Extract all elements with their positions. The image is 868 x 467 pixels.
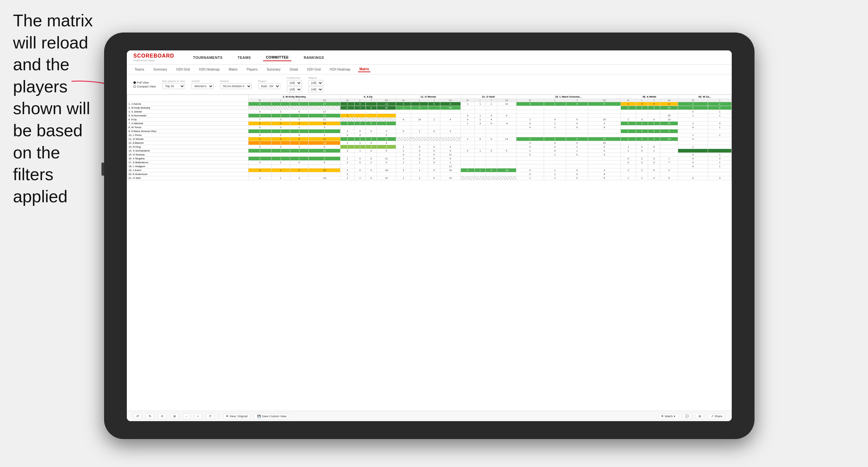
watch-label: Watch xyxy=(665,415,673,418)
col-header-stoll: 21. O Stoll xyxy=(461,95,516,99)
zoom-fit-icon: ⊞ xyxy=(173,415,176,418)
nav-rankings[interactable]: RANKINGS xyxy=(301,54,327,61)
subnav-matrix2[interactable]: Matrix xyxy=(358,67,370,72)
full-view-radio[interactable]: Full View xyxy=(133,81,149,84)
filter-bar: Full View Compact View Max players in vi… xyxy=(127,74,732,95)
comment-button[interactable]: 💬 xyxy=(682,413,692,419)
wlt-t6: T xyxy=(648,99,660,102)
zoom-out-icon: − xyxy=(186,415,187,418)
conference-group: Conference (All) (All) xyxy=(287,76,302,92)
region-group: Region East - DII (All) xyxy=(258,80,280,89)
wlt-d2: Dif xyxy=(377,99,396,102)
player-name: 19. J Karrh xyxy=(127,168,248,173)
wlt-d3: Dif xyxy=(440,99,461,102)
redo-icon: ↻ xyxy=(149,414,151,418)
grid-button[interactable]: ⊞ xyxy=(695,413,704,419)
redo-button[interactable]: ↻ xyxy=(146,413,154,419)
player-name: 18. L Hodgson xyxy=(127,164,248,168)
table-row: 5. A Nomrowski 310-11 1 0100 25 11 xyxy=(127,114,732,118)
table-row: 2. M Kelly Mulcahy 07040 1050 04045 06 xyxy=(127,106,732,110)
matrix-table: 2. M Kelly Mulcahy 6. A Dy 11. G Woods 2… xyxy=(127,95,732,180)
wlt-l2: L xyxy=(354,99,366,102)
logo-area: SCOREBOARD Powered by clippd xyxy=(133,53,174,62)
max-players-select[interactable]: Top 25 xyxy=(162,83,185,89)
nav-committee[interactable]: COMMITTEE xyxy=(263,54,291,61)
max-players-group: Max players in view Top 25 xyxy=(162,80,185,89)
logo-sub: Powered by clippd xyxy=(133,59,174,62)
grid-icon: ⊞ xyxy=(699,415,701,418)
conference-select2[interactable]: (All) xyxy=(287,87,302,92)
save-custom-button[interactable]: 💾 Save Custom View xyxy=(254,413,289,419)
nav-teams[interactable]: TEAMS xyxy=(235,54,253,61)
table-row: 20. E Andersson 2 0108 xyxy=(127,173,732,176)
compact-view-radio[interactable]: Compact View xyxy=(133,85,156,88)
player-name: 16. X Mcgaha xyxy=(127,157,248,161)
undo-button[interactable]: ↺ xyxy=(133,413,142,419)
player-name: 17. D Ballesteros xyxy=(127,161,248,164)
subnav-players[interactable]: Players xyxy=(246,67,259,72)
table-row: 21. O Stoll 410-31 21014 11014 1109 1109… xyxy=(127,176,732,180)
subnav-detail[interactable]: Detail xyxy=(288,67,300,72)
zoom-fit-button[interactable]: ⊞ xyxy=(170,413,179,419)
player-name: 12. A Bianchi xyxy=(127,141,248,145)
player-name: 13. N Klug xyxy=(127,145,248,149)
nav-tournaments[interactable]: TOURNAMENTS xyxy=(191,54,225,61)
player-name: 5. A Nomrowski xyxy=(127,114,248,118)
division-group: Division NCAA Division II xyxy=(220,80,252,89)
zoom-out-button[interactable]: − xyxy=(183,413,190,419)
view-original-button[interactable]: 👁 View: Original xyxy=(223,413,250,419)
share-label: Share xyxy=(714,415,722,418)
tablet-screen: SCOREBOARD Powered by clippd TOURNAMENTS… xyxy=(127,51,732,421)
subnav-h2h-heatmap1[interactable]: H2H Heatmap xyxy=(198,67,221,72)
wlt-l7: L xyxy=(708,99,732,102)
players-select2[interactable]: (All) xyxy=(308,87,323,92)
watch-button[interactable]: 👁 Watch ▾ xyxy=(658,413,678,419)
zoom-in-button[interactable]: + xyxy=(194,413,202,419)
conference-select[interactable]: (All) xyxy=(287,80,302,86)
share-icon: ↗ xyxy=(711,415,714,418)
table-row: 17. D Ballesteros 3106 2010 1101 0207 01 xyxy=(127,161,732,164)
subnav-matrix1[interactable]: Matrix xyxy=(227,67,239,72)
wlt-l3: L xyxy=(411,99,428,102)
full-view-dot xyxy=(133,81,136,84)
zoom-in-icon: + xyxy=(197,415,199,418)
col-header-dy: 6. A Dy xyxy=(341,95,396,99)
wlt-t3: T xyxy=(428,99,440,102)
subnav-summary1[interactable]: Summary xyxy=(152,67,168,72)
player-name: 9. A Maria Jimenez Rios xyxy=(127,129,248,133)
comment-icon: 💬 xyxy=(685,415,689,418)
top-navigation: SCOREBOARD Powered by clippd TOURNAMENTS… xyxy=(127,51,732,65)
wlt-t4: T xyxy=(486,99,497,102)
matrix-content[interactable]: 2. M Kelly Mulcahy 6. A Dy 11. G Woods 2… xyxy=(127,95,732,411)
player-name: 6. A Dy xyxy=(127,118,248,122)
view-original-icon: 👁 xyxy=(226,415,229,418)
region-select[interactable]: East - DII (All) xyxy=(258,83,280,89)
share-button[interactable]: ↗ Share xyxy=(708,413,725,419)
wlt-l6: L xyxy=(636,99,648,102)
table-row: 3. S Jelinek 02017 01 xyxy=(127,110,732,114)
wlt-l5: L xyxy=(544,99,566,102)
subnav-teams[interactable]: Teams xyxy=(133,67,145,72)
gender-group: Gender Women's xyxy=(191,80,214,89)
region-label: Region xyxy=(258,80,280,83)
history-back-button[interactable]: ⟳ xyxy=(158,413,166,419)
players-select[interactable]: (All) xyxy=(308,80,323,86)
wlt-t5: T xyxy=(566,99,588,102)
table-row: 7. O Mitchell 30018 2202 120-4 0104 0402… xyxy=(127,122,732,126)
empty-header xyxy=(127,95,248,102)
subnav-h2h-heatmap2[interactable]: H2H Heatmap xyxy=(329,67,351,72)
player-name: 15. H Stranda xyxy=(127,153,248,157)
table-row: 13. N Klug 0010 110-2 1003 0210 108 1 xyxy=(127,145,732,149)
subnav-h2h-grid2[interactable]: H2H Grid xyxy=(306,67,322,72)
wlt-w3: W xyxy=(396,99,411,102)
table-row: 15. H Stranda 02011 0103 01 xyxy=(127,153,732,157)
subnav-summary2[interactable]: Summary xyxy=(266,67,282,72)
col-header-schumac: 23. L Marie Schuma... xyxy=(516,95,621,99)
subnav-h2h-grid1[interactable]: H2H Grid xyxy=(175,67,191,72)
clock-button[interactable]: ⏱ xyxy=(206,413,215,419)
wlt-d4: Dif xyxy=(497,99,516,102)
gender-select[interactable]: Women's xyxy=(191,83,214,89)
player-name: 21. O Stoll xyxy=(127,176,248,180)
division-select[interactable]: NCAA Division II xyxy=(220,83,252,89)
table-row: 9. A Maria Jimenez Rios 1001 100-7 0102 … xyxy=(127,129,732,133)
